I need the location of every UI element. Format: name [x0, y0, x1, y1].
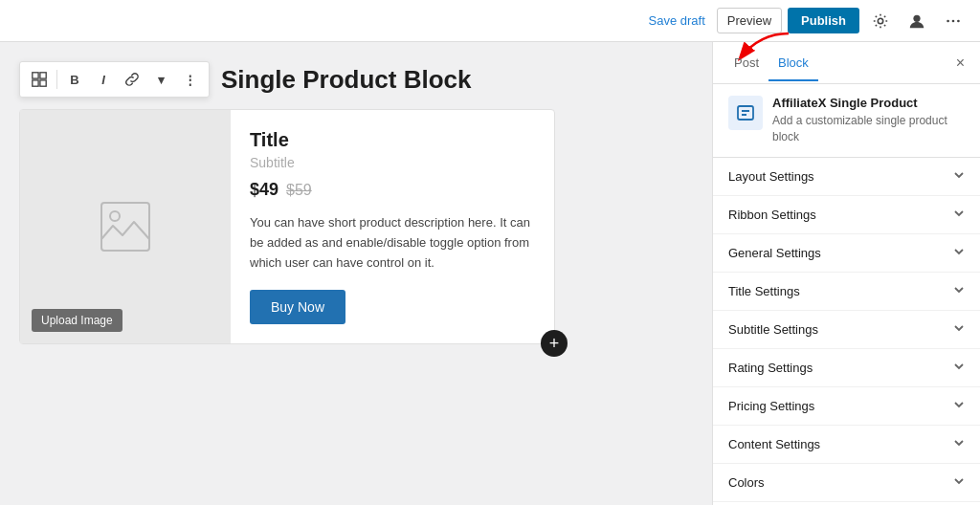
link-icon: [124, 72, 140, 87]
svg-rect-6: [33, 73, 38, 78]
topbar: Save draft Preview Publish: [0, 0, 980, 42]
svg-point-4: [952, 19, 955, 22]
gear-icon: [872, 12, 889, 30]
settings-item-label: Content Settings: [728, 437, 820, 451]
user-icon-button[interactable]: [902, 6, 932, 36]
chevron-down-icon: [953, 284, 965, 298]
buy-now-button[interactable]: Buy Now: [250, 290, 345, 324]
block-title: Single Product Block: [221, 65, 472, 95]
chevron-down-icon: [953, 246, 965, 260]
block-more-button[interactable]: ⋮: [176, 66, 203, 93]
settings-item-content-settings[interactable]: Content Settings: [713, 426, 980, 464]
settings-item-label: Title Settings: [728, 284, 800, 298]
block-icon-badge: [728, 96, 763, 130]
svg-rect-10: [101, 203, 149, 251]
sidebar: Post Block × AffiliateX Single Product A…: [712, 42, 980, 505]
ellipsis-icon: [945, 12, 962, 30]
settings-item-rating-settings[interactable]: Rating Settings: [713, 349, 980, 387]
block-title-area: B I ▾ ⋮ Single Product Block: [19, 61, 693, 98]
affiliatex-icon: [736, 103, 755, 122]
svg-point-5: [957, 19, 960, 22]
svg-rect-8: [33, 80, 38, 86]
block-info: AffiliateX Single Product Add a customiz…: [713, 84, 980, 158]
block-type-button[interactable]: [26, 66, 53, 93]
chevron-down-icon: [953, 399, 965, 413]
product-content: Title Subtitle $49 $59 You can have shor…: [231, 110, 554, 343]
save-draft-button[interactable]: Save draft: [643, 10, 711, 32]
tab-block[interactable]: Block: [768, 46, 818, 81]
svg-rect-9: [40, 80, 46, 86]
settings-item-label: Layout Settings: [728, 169, 814, 184]
settings-list: Layout SettingsRibbon SettingsGeneral Se…: [713, 158, 980, 505]
product-pricing: $49 $59: [250, 180, 535, 200]
settings-item-label: Subtitle Settings: [728, 322, 818, 337]
product-title: Title: [250, 129, 535, 151]
svg-rect-7: [40, 73, 46, 78]
settings-item-layout-settings[interactable]: Layout Settings: [713, 158, 980, 196]
svg-point-3: [947, 19, 949, 22]
toolbar-divider: [56, 70, 57, 89]
settings-item-ribbon-settings[interactable]: Ribbon Settings: [713, 196, 980, 234]
settings-item-title-settings[interactable]: Title Settings: [713, 273, 980, 311]
sidebar-tabs: Post Block ×: [713, 42, 980, 84]
main-layout: B I ▾ ⋮ Single Product Block: [0, 42, 980, 505]
product-block: Upload Image Title Subtitle $49 $59 You …: [19, 109, 555, 344]
svg-point-2: [913, 14, 920, 21]
chevron-down-icon: [953, 437, 965, 451]
settings-item-label: Rating Settings: [728, 361, 813, 375]
add-block-button[interactable]: +: [541, 330, 568, 357]
product-image-area: Upload Image: [20, 110, 231, 343]
settings-item-label: Ribbon Settings: [728, 208, 816, 222]
settings-item-label: Colors: [728, 475, 765, 490]
chevron-down-icon: [953, 322, 965, 337]
settings-item-label: Pricing Settings: [728, 399, 814, 413]
price-current: $49: [250, 180, 278, 200]
link-button[interactable]: [119, 66, 145, 93]
upload-image-button[interactable]: Upload Image: [32, 309, 122, 332]
settings-item-typography[interactable]: Typography: [713, 502, 980, 505]
chevron-down-icon: [953, 169, 965, 184]
block-info-text: AffiliateX Single Product Add a customiz…: [772, 96, 965, 145]
more-options-dropdown-button[interactable]: ▾: [147, 66, 174, 93]
sidebar-close-button[interactable]: ×: [952, 51, 969, 76]
chevron-down-icon: [953, 475, 965, 490]
bold-button[interactable]: B: [61, 66, 88, 93]
chevron-down-icon: [953, 361, 965, 375]
svg-point-1: [878, 18, 882, 23]
tab-post[interactable]: Post: [724, 46, 768, 81]
image-placeholder-icon: [92, 193, 159, 260]
more-options-button[interactable]: [938, 6, 969, 36]
settings-item-general-settings[interactable]: General Settings: [713, 234, 980, 273]
product-subtitle: Subtitle: [250, 155, 535, 170]
user-icon: [908, 12, 925, 30]
chevron-down-icon: [953, 208, 965, 222]
settings-item-pricing-settings[interactable]: Pricing Settings: [713, 387, 980, 426]
price-original: $59: [286, 182, 312, 199]
settings-item-label: General Settings: [728, 246, 821, 260]
svg-point-11: [110, 211, 120, 221]
svg-rect-12: [738, 106, 753, 120]
block-info-name: AffiliateX Single Product: [772, 96, 965, 110]
product-description: You can have short product description h…: [250, 213, 535, 273]
settings-icon-button[interactable]: [865, 6, 896, 36]
settings-item-subtitle-settings[interactable]: Subtitle Settings: [713, 311, 980, 349]
block-toolbar: B I ▾ ⋮: [19, 61, 210, 98]
block-info-desc: Add a customizable single product block: [772, 113, 965, 145]
block-icon: [31, 71, 48, 88]
editor-area: B I ▾ ⋮ Single Product Block: [0, 42, 712, 505]
topbar-actions: Save draft Preview Publish: [643, 6, 969, 36]
italic-button[interactable]: I: [90, 66, 117, 93]
settings-item-colors[interactable]: Colors: [713, 464, 980, 502]
